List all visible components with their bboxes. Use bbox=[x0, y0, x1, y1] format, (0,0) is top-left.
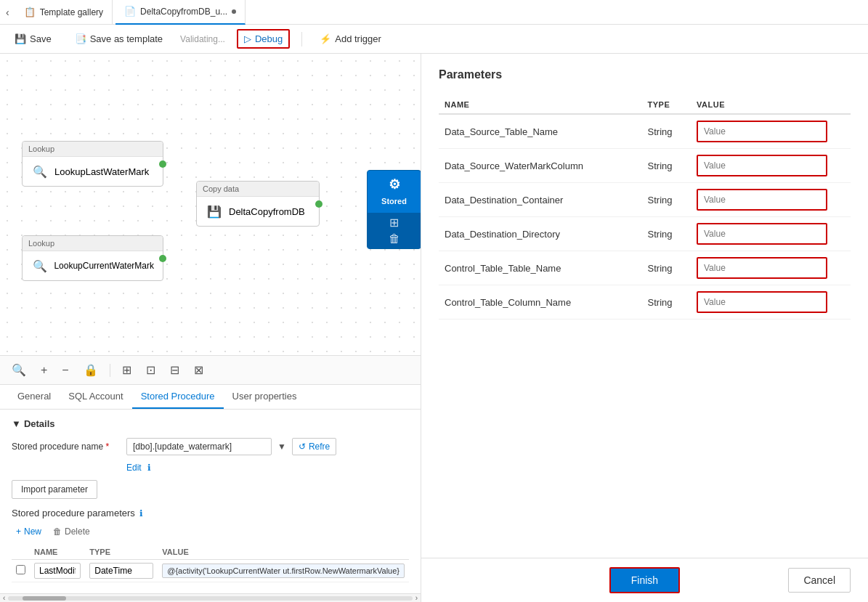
validating-text: Validating... bbox=[180, 34, 225, 44]
copy-node[interactable]: Copy data 💾 DeltaCopyfromDB bbox=[196, 181, 320, 227]
params-actions-row: + New 🗑 Delete bbox=[12, 524, 409, 539]
lookup-node-1[interactable]: Lookup 🔍 LookupLastWaterMark bbox=[22, 141, 163, 187]
rp-param-4-value-input[interactable] bbox=[697, 223, 827, 245]
lookup-1-header-label: Lookup bbox=[28, 145, 54, 153]
parameters-table: NAME TYPE VALUE Data_Source_Table_Name S… bbox=[439, 96, 851, 320]
canvas-area: Lookup 🔍 LookupLastWaterMark Lookup 🔍 Lo… bbox=[0, 54, 421, 602]
save-as-template-label: Save as template bbox=[90, 33, 163, 44]
tab-template-gallery-label: Template gallery bbox=[40, 7, 103, 17]
tab-general[interactable]: General bbox=[9, 385, 60, 409]
save-as-template-button[interactable]: 📑 Save as template bbox=[69, 30, 169, 47]
import-parameter-label: Import parameter bbox=[21, 484, 88, 495]
main-toolbar: 💾 Save 📑 Save as template Validating... … bbox=[0, 25, 868, 54]
delta-copy-icon: 📄 bbox=[124, 6, 136, 17]
stored-proc-dropdown-icon[interactable]: ▼ bbox=[277, 442, 286, 452]
minus-tool-icon[interactable]: − bbox=[59, 361, 71, 380]
stored-proc-name-label: Stored procedure name * bbox=[12, 442, 121, 452]
save-button[interactable]: 💾 Save bbox=[9, 30, 57, 47]
rp-param-3-name: Data_Destination_Container bbox=[439, 183, 642, 217]
lookup-1-icon: 🔍 bbox=[31, 163, 49, 180]
tab-stored-procedure[interactable]: Stored Procedure bbox=[132, 385, 224, 409]
copy-header-label: Copy data bbox=[203, 184, 239, 193]
stored-proc-name-input[interactable] bbox=[126, 438, 272, 455]
tab-user-properties-label: User properties bbox=[232, 391, 297, 402]
import-parameter-button[interactable]: Import parameter bbox=[12, 480, 97, 499]
new-param-button[interactable]: + New bbox=[12, 524, 46, 539]
stored-node-table-icon: ⊞ bbox=[389, 216, 399, 229]
horizontal-scrollbar[interactable]: ‹ › bbox=[0, 593, 421, 602]
scrollbar-track[interactable] bbox=[8, 596, 412, 601]
delete-param-button[interactable]: 🗑 Delete bbox=[49, 524, 94, 539]
rp-param-6-value-input[interactable] bbox=[697, 291, 827, 313]
tab-stored-procedure-label: Stored Procedure bbox=[141, 391, 215, 402]
stored-proc-node-label: ⚙ Stored bbox=[368, 171, 421, 213]
pipeline-canvas[interactable]: Lookup 🔍 LookupLastWaterMark Lookup 🔍 Lo… bbox=[0, 54, 421, 355]
lookup-node-2-body: 🔍 LookupCurrentWaterMark bbox=[23, 251, 163, 280]
debug-label: Debug bbox=[255, 33, 283, 44]
param-row-1-name-input[interactable] bbox=[34, 563, 81, 579]
refresh-button[interactable]: ↺ Refre bbox=[292, 438, 336, 455]
rp-param-2-value-input[interactable] bbox=[697, 155, 827, 176]
add-trigger-button[interactable]: ⚡ Add trigger bbox=[314, 30, 387, 47]
param-row-1-type-select[interactable]: DateTime String Int Boolean bbox=[89, 563, 153, 579]
rp-param-6-name: Control_Table_Column_Name bbox=[439, 285, 642, 320]
stored-proc-name-row: Stored procedure name * ▼ ↺ Refre bbox=[12, 438, 409, 455]
param-row-1-checkbox[interactable] bbox=[16, 565, 25, 574]
rp-param-1-name: Data_Source_Table_Name bbox=[439, 114, 642, 149]
expand-tool-icon[interactable]: ⊟ bbox=[167, 360, 182, 380]
rp-param-row-3: Data_Destination_Container String bbox=[439, 183, 851, 217]
rp-param-6-value-cell bbox=[691, 285, 851, 320]
details-label: Details bbox=[24, 418, 55, 429]
scroll-right-arrow[interactable]: › bbox=[415, 594, 418, 602]
rp-param-1-value-input[interactable] bbox=[697, 121, 827, 142]
tab-user-properties[interactable]: User properties bbox=[224, 385, 306, 409]
rp-param-4-type: String bbox=[642, 217, 691, 251]
new-param-label: New bbox=[24, 526, 41, 537]
select-tool-icon[interactable]: ⊡ bbox=[143, 360, 158, 380]
add-tool-icon[interactable]: + bbox=[38, 361, 50, 380]
rp-param-2-type: String bbox=[642, 149, 691, 183]
nav-back-icon[interactable]: ‹ bbox=[6, 7, 9, 18]
copy-output bbox=[315, 200, 323, 208]
bottom-panel: 🔍 + − 🔒 ⊞ ⊡ ⊟ ⊠ General SQL Account bbox=[0, 355, 421, 602]
rp-param-3-type: String bbox=[642, 183, 691, 217]
tool-separator-1 bbox=[110, 364, 110, 377]
search-tool-icon[interactable]: 🔍 bbox=[9, 360, 29, 380]
save-template-icon: 📑 bbox=[75, 33, 86, 44]
panel-content: ▼ Details Stored procedure name * ▼ ↺ Re… bbox=[0, 410, 421, 593]
save-label: Save bbox=[30, 33, 52, 44]
lookup-node-2[interactable]: Lookup 🔍 LookupCurrentWaterMark bbox=[22, 235, 163, 281]
lock-tool-icon[interactable]: 🔒 bbox=[81, 360, 101, 380]
rp-param-5-value-input[interactable] bbox=[697, 257, 827, 279]
delete-param-label: Delete bbox=[65, 526, 90, 537]
param-row-1-name-cell bbox=[30, 560, 85, 582]
tab-general-label: General bbox=[17, 391, 51, 402]
edit-link[interactable]: Edit bbox=[126, 463, 142, 473]
scrollbar-thumb[interactable] bbox=[23, 596, 66, 601]
rp-param-row-1: Data_Source_Table_Name String bbox=[439, 114, 851, 149]
save-icon: 💾 bbox=[15, 33, 26, 44]
cancel-button[interactable]: Cancel bbox=[788, 568, 851, 593]
col-value-header: VALUE bbox=[158, 545, 409, 560]
rp-param-3-value-input[interactable] bbox=[697, 189, 827, 211]
rp-param-5-name: Control_Table_Table_Name bbox=[439, 251, 642, 285]
param-row-1-value-cell: @{activity('LookupCurrentWater ut.firstR… bbox=[158, 560, 409, 582]
param-row-1-value[interactable]: @{activity('LookupCurrentWater ut.firstR… bbox=[162, 564, 405, 578]
rp-param-1-type: String bbox=[642, 114, 691, 149]
tab-template-gallery[interactable]: 📋 Template gallery bbox=[15, 0, 113, 25]
collapse-tool-icon[interactable]: ⊠ bbox=[191, 360, 206, 380]
lookup-2-output bbox=[159, 255, 166, 262]
finish-button[interactable]: Finish bbox=[609, 567, 680, 593]
scroll-left-arrow[interactable]: ‹ bbox=[3, 594, 5, 602]
right-panel-footer: Finish Cancel bbox=[421, 558, 868, 602]
rp-param-2-name: Data_Source_WaterMarkColumn bbox=[439, 149, 642, 183]
rp-param-2-value-cell bbox=[691, 149, 851, 183]
stored-proc-node[interactable]: ⚙ Stored ⊞ 🗑 bbox=[367, 170, 421, 249]
copy-icon: 💾 bbox=[206, 203, 223, 220]
rp-param-row-4: Data_Destination_Directory String bbox=[439, 217, 851, 251]
fit-tool-icon[interactable]: ⊞ bbox=[119, 360, 134, 380]
tab-delta-copy[interactable]: 📄 DeltaCopyfromDB_u... bbox=[115, 0, 246, 25]
rp-param-5-value-cell bbox=[691, 251, 851, 285]
tab-sql-account[interactable]: SQL Account bbox=[60, 385, 131, 409]
debug-button[interactable]: ▷ Debug bbox=[237, 29, 290, 49]
